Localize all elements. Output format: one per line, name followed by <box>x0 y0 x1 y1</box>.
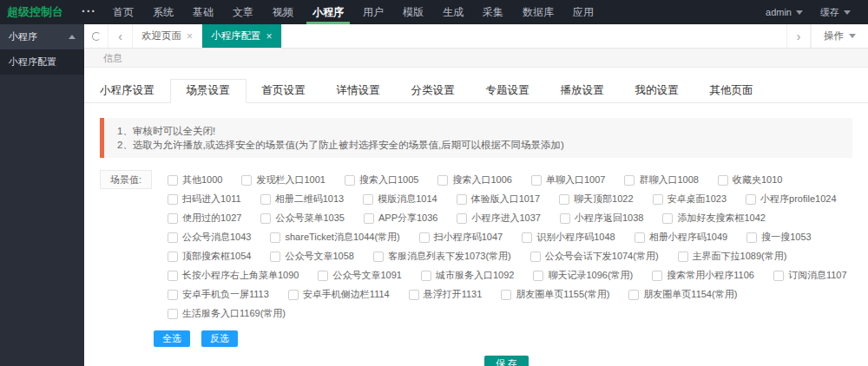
checkbox-icon[interactable] <box>635 232 645 243</box>
top-menu-item[interactable]: 采集 <box>473 0 513 24</box>
cache-menu[interactable]: 缓存 <box>812 0 859 24</box>
scene-checkbox-item[interactable]: 聊天记录1096(常用) <box>533 269 633 282</box>
scroll-right-button[interactable]: › <box>786 24 811 48</box>
scene-checkbox-item[interactable]: 相册小程序码1049 <box>635 231 727 244</box>
checkbox-icon[interactable] <box>364 213 374 224</box>
scene-checkbox-item[interactable]: 小程序返回1038 <box>560 212 643 225</box>
scene-checkbox-item[interactable]: 小程序进入1037 <box>457 212 540 225</box>
checkbox-icon[interactable] <box>168 194 178 205</box>
scene-checkbox-item[interactable]: 小程序profile1024 <box>746 193 836 206</box>
scene-checkbox-item[interactable]: 搜索常用小程序1106 <box>652 269 754 282</box>
checkbox-icon[interactable] <box>531 175 542 186</box>
scene-checkbox-item[interactable]: 聊天顶部1022 <box>559 193 633 206</box>
scene-checkbox-item[interactable]: 扫码进入1011 <box>168 193 241 206</box>
scene-checkbox-item[interactable]: 公众号消息1043 <box>168 231 251 244</box>
scene-checkbox-item[interactable]: 公众号文章1058 <box>270 250 353 263</box>
checkbox-icon[interactable] <box>168 252 178 262</box>
checkbox-icon[interactable] <box>318 271 328 281</box>
checkbox-icon[interactable] <box>652 271 662 281</box>
scene-checkbox-item[interactable]: 搜索入口1005 <box>345 173 418 186</box>
scene-checkbox-item[interactable]: 安卓手机负一屏1113 <box>168 288 269 301</box>
checkbox-icon[interactable] <box>678 252 688 262</box>
scene-checkbox-item[interactable]: 主界面下拉1089(常用) <box>678 250 787 263</box>
scene-checkbox-item[interactable]: 收藏夹1010 <box>718 173 782 186</box>
checkbox-icon[interactable] <box>168 232 178 243</box>
checkbox-icon[interactable] <box>419 232 430 243</box>
checkbox-icon[interactable] <box>373 252 384 262</box>
scene-checkbox-item[interactable]: 长按小程序右上角菜单1090 <box>168 269 299 282</box>
settings-tab[interactable]: 播放设置 <box>545 79 620 102</box>
close-icon[interactable]: × <box>187 30 193 42</box>
scene-checkbox-item[interactable]: 搜一搜1053 <box>746 231 811 244</box>
settings-tab[interactable]: 小程序设置 <box>84 79 170 102</box>
top-menu-item[interactable]: 应用 <box>563 0 603 24</box>
checkbox-icon[interactable] <box>718 175 728 186</box>
top-menu-item[interactable]: 视频 <box>263 0 303 24</box>
checkbox-icon[interactable] <box>168 290 178 300</box>
user-menu[interactable]: admin <box>757 0 812 24</box>
settings-tab[interactable]: 其他页面 <box>694 79 769 102</box>
sidebar-item-miniprogram-config[interactable]: 小程序配置 <box>0 49 84 75</box>
checkbox-icon[interactable] <box>559 194 569 205</box>
checkbox-icon[interactable] <box>363 194 373 205</box>
select-all-button[interactable]: 全选 <box>154 330 190 347</box>
scene-checkbox-item[interactable]: 安卓桌面1023 <box>653 193 727 206</box>
checkbox-icon[interactable] <box>662 213 673 224</box>
scene-checkbox-item[interactable]: 城市服务入口1092 <box>421 269 514 282</box>
scene-checkbox-item[interactable]: APP分享1036 <box>364 212 437 225</box>
scene-checkbox-item[interactable]: 模版消息1014 <box>363 193 437 206</box>
scene-checkbox-item[interactable]: 其他1000 <box>168 173 222 186</box>
settings-tab[interactable]: 首页设置 <box>247 79 321 102</box>
refresh-button[interactable] <box>84 24 108 48</box>
checkbox-icon[interactable] <box>168 309 178 319</box>
scene-checkbox-item[interactable]: 订阅消息1107 <box>773 269 847 282</box>
scroll-left-button[interactable]: ‹ <box>108 24 133 48</box>
scene-checkbox-item[interactable]: 生活服务入口1169(常用) <box>168 307 286 320</box>
scene-checkbox-item[interactable]: 相册二维码1013 <box>260 193 344 206</box>
checkbox-icon[interactable] <box>241 175 252 186</box>
checkbox-icon[interactable] <box>653 194 663 205</box>
scene-checkbox-item[interactable]: 朋友圈单页1155(常用) <box>501 288 609 301</box>
settings-tab[interactable]: 我的设置 <box>620 79 694 102</box>
checkbox-icon[interactable] <box>168 213 178 224</box>
checkbox-icon[interactable] <box>522 232 532 243</box>
checkbox-icon[interactable] <box>260 194 271 205</box>
checkbox-icon[interactable] <box>270 232 280 243</box>
top-menu-item[interactable]: 首页 <box>103 0 143 24</box>
page-tab[interactable]: 小程序配置 × <box>202 24 282 48</box>
checkbox-icon[interactable] <box>168 271 178 281</box>
checkbox-icon[interactable] <box>530 252 541 262</box>
top-menu-item[interactable]: 文章 <box>223 0 263 24</box>
top-menu-item[interactable]: 基础 <box>183 0 223 24</box>
close-icon[interactable]: × <box>266 30 273 42</box>
settings-tab[interactable]: 专题设置 <box>470 79 545 102</box>
checkbox-icon[interactable] <box>168 175 178 186</box>
scene-checkbox-item[interactable]: 顶部搜索框1054 <box>168 250 251 263</box>
settings-tab[interactable]: 分类设置 <box>396 79 470 102</box>
save-button[interactable]: 保存 <box>484 356 529 366</box>
top-menu-item[interactable]: 数据库 <box>513 0 563 24</box>
checkbox-icon[interactable] <box>270 252 280 262</box>
checkbox-icon[interactable] <box>457 213 467 224</box>
checkbox-icon[interactable] <box>437 175 448 186</box>
checkbox-icon[interactable] <box>409 290 419 300</box>
scene-checkbox-item[interactable]: 朋友圈单页1154(常用) <box>628 288 737 301</box>
top-menu-item[interactable]: 模版 <box>393 0 433 24</box>
scene-checkbox-item[interactable]: 识别小程序码1048 <box>522 231 615 244</box>
more-menu-icon[interactable]: ··· <box>75 0 103 24</box>
scene-checkbox-item[interactable]: 公众号会话下发1074(常用) <box>530 250 659 263</box>
scene-checkbox-item[interactable]: 悬浮打开1131 <box>409 288 483 301</box>
checkbox-icon[interactable] <box>746 194 756 205</box>
sidebar-group-miniprogram[interactable]: 小程序 <box>0 24 84 49</box>
top-menu-item[interactable]: 用户 <box>353 0 393 24</box>
scene-checkbox-item[interactable]: 扫小程序码1047 <box>419 231 503 244</box>
top-menu-item[interactable]: 小程序 <box>303 0 353 24</box>
settings-tab[interactable]: 详情设置 <box>321 79 396 102</box>
checkbox-icon[interactable] <box>746 232 757 243</box>
scene-checkbox-item[interactable]: 使用过的1027 <box>168 212 241 225</box>
checkbox-icon[interactable] <box>345 175 355 186</box>
scene-checkbox-item[interactable]: 群聊入口1008 <box>624 173 698 186</box>
checkbox-icon[interactable] <box>624 175 635 186</box>
checkbox-icon[interactable] <box>421 271 431 281</box>
scene-checkbox-item[interactable]: 体验版入口1017 <box>457 193 540 206</box>
